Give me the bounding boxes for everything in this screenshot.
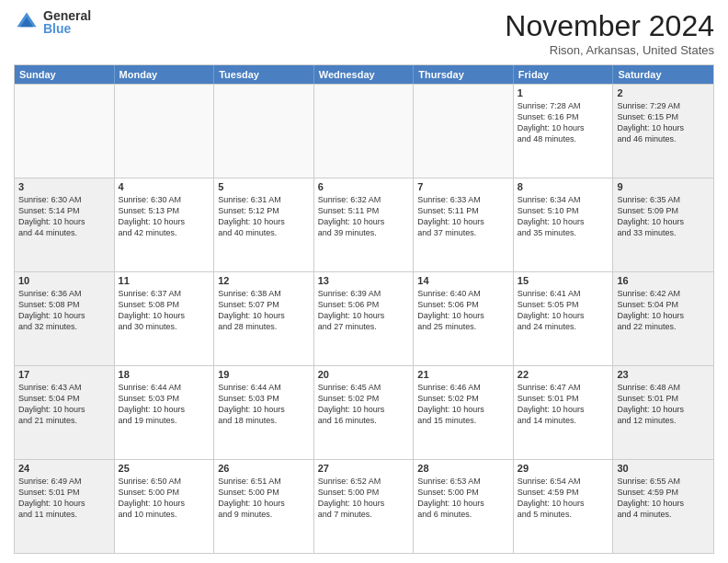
day-number: 4	[119, 181, 210, 192]
cell-info: Sunrise: 6:35 AM Sunset: 5:09 PM Dayligh…	[617, 194, 710, 239]
day-cell-30: 30Sunrise: 6:55 AM Sunset: 4:59 PM Dayli…	[613, 460, 713, 553]
cell-info: Sunrise: 6:53 AM Sunset: 5:00 PM Dayligh…	[417, 476, 509, 521]
day-number: 18	[119, 369, 210, 380]
cell-info: Sunrise: 6:38 AM Sunset: 5:07 PM Dayligh…	[218, 288, 310, 333]
day-number: 21	[417, 369, 509, 380]
location-subtitle: Rison, Arkansas, United States	[505, 43, 714, 57]
day-cell-8: 8Sunrise: 6:34 AM Sunset: 5:10 PM Daylig…	[514, 178, 614, 271]
cell-info: Sunrise: 6:33 AM Sunset: 5:11 PM Dayligh…	[417, 194, 509, 239]
day-cell-2: 2Sunrise: 7:29 AM Sunset: 6:15 PM Daylig…	[613, 85, 713, 178]
header-day-wednesday: Wednesday	[314, 65, 415, 84]
header-day-friday: Friday	[514, 65, 614, 84]
day-cell-19: 19Sunrise: 6:44 AM Sunset: 5:03 PM Dayli…	[214, 366, 314, 459]
empty-cell	[414, 85, 514, 178]
day-cell-28: 28Sunrise: 6:53 AM Sunset: 5:00 PM Dayli…	[414, 460, 514, 553]
empty-cell	[214, 85, 314, 178]
day-number: 6	[318, 181, 410, 192]
cell-info: Sunrise: 6:32 AM Sunset: 5:11 PM Dayligh…	[318, 194, 410, 239]
day-number: 7	[417, 181, 509, 192]
logo: General Blue	[14, 9, 91, 35]
header: General Blue November 2024 Rison, Arkans…	[14, 9, 714, 57]
cell-info: Sunrise: 6:40 AM Sunset: 5:06 PM Dayligh…	[417, 288, 509, 333]
cell-info: Sunrise: 6:55 AM Sunset: 4:59 PM Dayligh…	[617, 476, 710, 521]
week-row-2: 3Sunrise: 6:30 AM Sunset: 5:14 PM Daylig…	[15, 178, 713, 271]
day-cell-26: 26Sunrise: 6:51 AM Sunset: 5:00 PM Dayli…	[214, 460, 314, 553]
day-cell-15: 15Sunrise: 6:41 AM Sunset: 5:05 PM Dayli…	[514, 272, 614, 365]
day-number: 14	[417, 275, 509, 286]
day-number: 11	[119, 275, 210, 286]
day-cell-7: 7Sunrise: 6:33 AM Sunset: 5:11 PM Daylig…	[414, 178, 514, 271]
cell-info: Sunrise: 6:43 AM Sunset: 5:04 PM Dayligh…	[18, 382, 110, 427]
logo-blue: Blue	[43, 22, 91, 35]
calendar-body: 1Sunrise: 7:28 AM Sunset: 6:16 PM Daylig…	[15, 84, 713, 553]
day-number: 22	[518, 369, 609, 380]
calendar: SundayMondayTuesdayWednesdayThursdayFrid…	[14, 64, 714, 554]
day-number: 24	[18, 463, 110, 474]
cell-info: Sunrise: 6:44 AM Sunset: 5:03 PM Dayligh…	[119, 382, 210, 427]
day-cell-10: 10Sunrise: 6:36 AM Sunset: 5:08 PM Dayli…	[15, 272, 115, 365]
day-cell-20: 20Sunrise: 6:45 AM Sunset: 5:02 PM Dayli…	[314, 366, 415, 459]
day-number: 3	[18, 181, 110, 192]
day-cell-22: 22Sunrise: 6:47 AM Sunset: 5:01 PM Dayli…	[514, 366, 614, 459]
day-cell-11: 11Sunrise: 6:37 AM Sunset: 5:08 PM Dayli…	[115, 272, 215, 365]
header-day-monday: Monday	[115, 65, 215, 84]
header-day-thursday: Thursday	[414, 65, 514, 84]
cell-info: Sunrise: 6:30 AM Sunset: 5:13 PM Dayligh…	[119, 194, 210, 239]
week-row-1: 1Sunrise: 7:28 AM Sunset: 6:16 PM Daylig…	[15, 84, 713, 178]
empty-cell	[15, 85, 115, 178]
day-cell-9: 9Sunrise: 6:35 AM Sunset: 5:09 PM Daylig…	[613, 178, 713, 271]
day-number: 5	[218, 181, 310, 192]
header-day-sunday: Sunday	[15, 65, 115, 84]
day-cell-13: 13Sunrise: 6:39 AM Sunset: 5:06 PM Dayli…	[314, 272, 415, 365]
day-number: 29	[518, 463, 609, 474]
cell-info: Sunrise: 6:54 AM Sunset: 4:59 PM Dayligh…	[518, 476, 609, 521]
cell-info: Sunrise: 6:48 AM Sunset: 5:01 PM Dayligh…	[617, 382, 710, 427]
cell-info: Sunrise: 6:47 AM Sunset: 5:01 PM Dayligh…	[518, 382, 609, 427]
cell-info: Sunrise: 7:29 AM Sunset: 6:15 PM Dayligh…	[617, 100, 710, 145]
cell-info: Sunrise: 6:44 AM Sunset: 5:03 PM Dayligh…	[218, 382, 310, 427]
day-cell-1: 1Sunrise: 7:28 AM Sunset: 6:16 PM Daylig…	[514, 85, 614, 178]
cell-info: Sunrise: 6:42 AM Sunset: 5:04 PM Dayligh…	[617, 288, 710, 333]
day-number: 28	[417, 463, 509, 474]
cell-info: Sunrise: 6:41 AM Sunset: 5:05 PM Dayligh…	[518, 288, 609, 333]
cell-info: Sunrise: 6:52 AM Sunset: 5:00 PM Dayligh…	[318, 476, 410, 521]
cell-info: Sunrise: 6:34 AM Sunset: 5:10 PM Dayligh…	[518, 194, 609, 239]
day-cell-4: 4Sunrise: 6:30 AM Sunset: 5:13 PM Daylig…	[115, 178, 215, 271]
day-number: 12	[218, 275, 310, 286]
day-number: 19	[218, 369, 310, 380]
title-block: November 2024 Rison, Arkansas, United St…	[505, 9, 714, 57]
logo-general: General	[43, 9, 91, 22]
week-row-5: 24Sunrise: 6:49 AM Sunset: 5:01 PM Dayli…	[15, 459, 713, 553]
day-cell-6: 6Sunrise: 6:32 AM Sunset: 5:11 PM Daylig…	[314, 178, 415, 271]
day-cell-18: 18Sunrise: 6:44 AM Sunset: 5:03 PM Dayli…	[115, 366, 215, 459]
day-cell-16: 16Sunrise: 6:42 AM Sunset: 5:04 PM Dayli…	[613, 272, 713, 365]
day-number: 23	[617, 369, 710, 380]
cell-info: Sunrise: 6:50 AM Sunset: 5:00 PM Dayligh…	[119, 476, 210, 521]
day-number: 26	[218, 463, 310, 474]
day-number: 2	[617, 87, 710, 98]
day-number: 17	[18, 369, 110, 380]
week-row-3: 10Sunrise: 6:36 AM Sunset: 5:08 PM Dayli…	[15, 271, 713, 365]
header-day-tuesday: Tuesday	[214, 65, 314, 84]
day-cell-25: 25Sunrise: 6:50 AM Sunset: 5:00 PM Dayli…	[115, 460, 215, 553]
logo-icon	[14, 9, 40, 35]
cell-info: Sunrise: 6:31 AM Sunset: 5:12 PM Dayligh…	[218, 194, 310, 239]
calendar-header: SundayMondayTuesdayWednesdayThursdayFrid…	[15, 65, 713, 84]
day-cell-21: 21Sunrise: 6:46 AM Sunset: 5:02 PM Dayli…	[414, 366, 514, 459]
day-cell-27: 27Sunrise: 6:52 AM Sunset: 5:00 PM Dayli…	[314, 460, 415, 553]
cell-info: Sunrise: 7:28 AM Sunset: 6:16 PM Dayligh…	[518, 100, 609, 145]
day-cell-24: 24Sunrise: 6:49 AM Sunset: 5:01 PM Dayli…	[15, 460, 115, 553]
day-number: 8	[518, 181, 609, 192]
day-cell-12: 12Sunrise: 6:38 AM Sunset: 5:07 PM Dayli…	[214, 272, 314, 365]
day-cell-23: 23Sunrise: 6:48 AM Sunset: 5:01 PM Dayli…	[613, 366, 713, 459]
day-number: 1	[518, 87, 609, 98]
cell-info: Sunrise: 6:45 AM Sunset: 5:02 PM Dayligh…	[318, 382, 410, 427]
day-cell-17: 17Sunrise: 6:43 AM Sunset: 5:04 PM Dayli…	[15, 366, 115, 459]
header-day-saturday: Saturday	[613, 65, 713, 84]
cell-info: Sunrise: 6:30 AM Sunset: 5:14 PM Dayligh…	[18, 194, 110, 239]
day-number: 20	[318, 369, 410, 380]
cell-info: Sunrise: 6:46 AM Sunset: 5:02 PM Dayligh…	[417, 382, 509, 427]
day-number: 30	[617, 463, 710, 474]
week-row-4: 17Sunrise: 6:43 AM Sunset: 5:04 PM Dayli…	[15, 365, 713, 459]
cell-info: Sunrise: 6:51 AM Sunset: 5:00 PM Dayligh…	[218, 476, 310, 521]
